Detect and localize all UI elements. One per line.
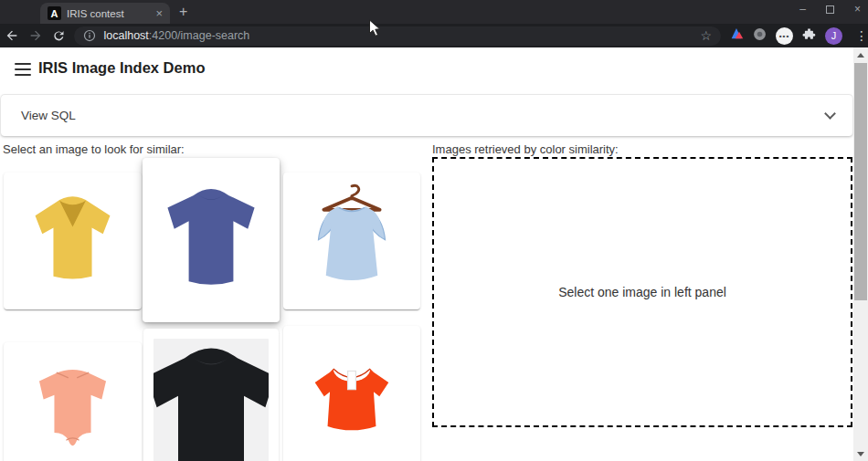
empty-results-message: Select one image in left panel — [558, 285, 726, 299]
window-close-button[interactable]: × — [854, 3, 861, 16]
site-info-icon[interactable] — [83, 29, 96, 42]
black-crew-tshirt-image — [143, 329, 279, 461]
tab-title: IRIS contest — [67, 8, 150, 19]
hamburger-menu-icon[interactable] — [15, 63, 31, 76]
browser-window: A IRIS contest × + – × localhost:4200/im… — [0, 0, 868, 461]
chevron-down-icon — [824, 108, 836, 120]
profile-avatar[interactable]: J — [825, 27, 842, 45]
back-button[interactable] — [0, 28, 24, 43]
reload-button[interactable] — [48, 29, 71, 43]
extensions-puzzle-icon[interactable] — [802, 27, 816, 45]
window-maximize-button[interactable] — [826, 5, 834, 14]
left-panel-label: Select an image to look for similar: — [3, 142, 185, 156]
black-crew-tshirt-card[interactable] — [143, 329, 279, 461]
extension-dots-icon[interactable]: ••• — [776, 27, 793, 45]
mouse-cursor — [368, 19, 381, 41]
extension-gray-circle-icon[interactable] — [753, 27, 767, 45]
extension-colorful-icon[interactable] — [730, 27, 744, 45]
window-minimize-button[interactable]: – — [799, 3, 806, 16]
browser-menu-icon[interactable]: ⋮ — [855, 28, 868, 43]
tab-favicon-icon: A — [48, 6, 61, 20]
scroll-up-button[interactable] — [853, 47, 868, 62]
lightblue-blouse-card[interactable] — [283, 173, 420, 309]
orange-crop-top-image — [283, 326, 420, 461]
results-dropzone: Select one image in left panel — [432, 157, 852, 427]
web-page: IRIS Image Index Demo View SQL Select an… — [0, 47, 868, 461]
yellow-vneck-top-card[interactable] — [4, 173, 142, 309]
tab-close-icon[interactable]: × — [155, 7, 163, 19]
scrollbar-thumb[interactable] — [854, 63, 867, 300]
browser-toolbar: localhost:4200/image-search ☆ ••• J ⋮ — [0, 24, 868, 47]
forward-arrow-icon — [28, 28, 43, 43]
back-arrow-icon — [5, 28, 19, 43]
peach-baby-onesie-image — [4, 342, 142, 461]
right-panel-label: Images retrieved by color similarity: — [432, 142, 619, 156]
page-title: IRIS Image Index Demo — [38, 59, 205, 77]
address-bar[interactable]: localhost:4200/image-search ☆ — [74, 26, 721, 46]
yellow-vneck-top-image — [4, 173, 142, 309]
orange-crop-top-card[interactable] — [283, 326, 420, 461]
blue-crew-tshirt-card[interactable] — [143, 158, 280, 322]
view-sql-expansion-panel[interactable]: View SQL — [1, 95, 852, 136]
bookmark-star-icon[interactable]: ☆ — [700, 28, 712, 43]
view-sql-label: View SQL — [21, 109, 76, 122]
scroll-down-button[interactable] — [853, 446, 868, 461]
blue-crew-tshirt-image — [143, 158, 280, 322]
peach-baby-onesie-card[interactable] — [4, 342, 142, 461]
lightblue-blouse-image — [283, 173, 420, 309]
reload-icon — [52, 29, 66, 43]
url-text: localhost:4200/image-search — [103, 29, 249, 42]
browser-tab[interactable]: A IRIS contest × — [40, 3, 170, 24]
tab-strip: A IRIS contest × + – × — [0, 0, 868, 24]
page-scrollbar[interactable] — [853, 47, 868, 461]
new-tab-button[interactable]: + — [179, 5, 187, 19]
forward-button[interactable] — [24, 28, 48, 43]
